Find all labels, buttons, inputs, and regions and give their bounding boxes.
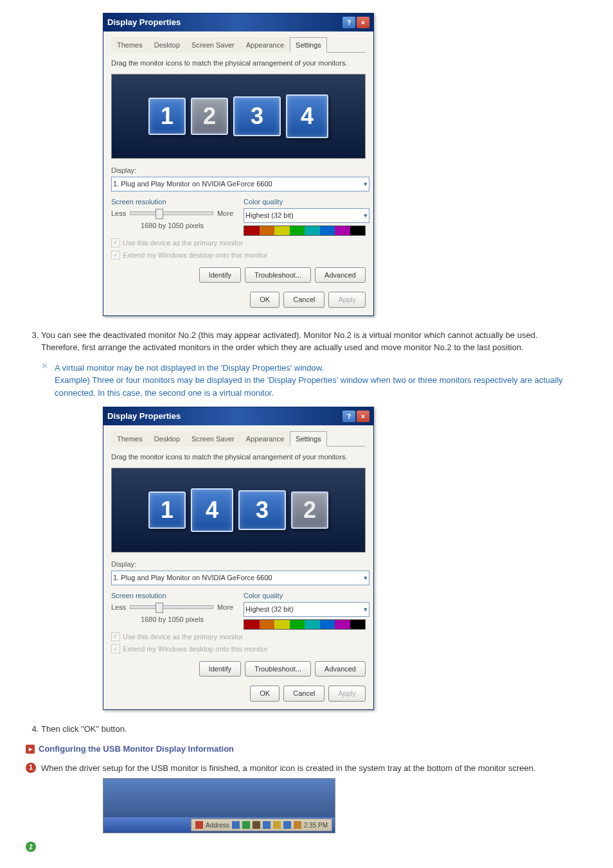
display-dropdown[interactable]: 1. Plug and Play Monitor on NVIDIA GeFor… bbox=[111, 571, 369, 585]
checkbox-icon: ✓ bbox=[111, 632, 120, 641]
monitor-3[interactable]: 3 bbox=[233, 96, 281, 136]
quality-label: Color quality bbox=[244, 197, 366, 208]
tray-time: 2:35 PM bbox=[304, 820, 328, 830]
advanced-button[interactable]: Advanced bbox=[315, 267, 366, 283]
dialog-title: Display Properties bbox=[107, 16, 181, 29]
quality-dropdown[interactable]: Highest (32 bit) bbox=[244, 602, 369, 617]
checkbox-icon: ✓ bbox=[111, 238, 120, 247]
display-dropdown[interactable]: 1. Plug and Play Monitor on NVIDIA GeFor… bbox=[111, 177, 369, 191]
resolution-label: Screen resolution bbox=[111, 590, 233, 601]
tab-settings[interactable]: Settings bbox=[290, 37, 327, 53]
bullet-1-icon: 1 bbox=[26, 763, 36, 773]
tab-themes[interactable]: Themes bbox=[111, 37, 148, 53]
dialog-titlebar: Display Properties ? × bbox=[103, 13, 373, 31]
tray-shield-icon bbox=[195, 821, 203, 829]
troubleshoot-button[interactable]: Troubleshoot... bbox=[245, 267, 311, 283]
bullet-1-text: When the driver setup for the USB monito… bbox=[41, 762, 536, 775]
display-label: Display: bbox=[111, 559, 366, 570]
monitor-3[interactable]: 3 bbox=[238, 490, 286, 530]
tab-desktop[interactable]: Desktop bbox=[148, 37, 186, 53]
color-spectrum bbox=[244, 619, 366, 630]
dialog-titlebar: Display Properties ? × bbox=[103, 407, 373, 425]
close-icon[interactable]: × bbox=[357, 411, 369, 422]
bullet-2-icon: 2 bbox=[26, 842, 36, 852]
arrow-icon: ▸ bbox=[26, 745, 35, 754]
monitor-2[interactable]: 2 bbox=[291, 492, 328, 529]
help-icon[interactable]: ? bbox=[342, 411, 355, 422]
tray-folder-icon bbox=[232, 821, 240, 829]
more-label: More bbox=[217, 602, 233, 613]
ok-button[interactable]: OK bbox=[250, 292, 280, 308]
resolution-slider[interactable] bbox=[130, 211, 213, 215]
tray-clock-icon bbox=[294, 821, 301, 829]
note-line-2: Example) Three or four monitors may be d… bbox=[55, 374, 578, 399]
tab-themes[interactable]: Themes bbox=[111, 431, 148, 447]
step-4: Then click "OK" button. bbox=[41, 723, 578, 736]
drag-instruction: Drag the monitor icons to match the phys… bbox=[111, 452, 366, 463]
monitor-arrangement[interactable]: 1 2 3 4 bbox=[111, 74, 366, 159]
step-3: You can see the deactivated monitor No.2… bbox=[41, 329, 578, 354]
help-icon[interactable]: ? bbox=[342, 17, 355, 28]
checkbox-icon: ✓ bbox=[111, 644, 120, 653]
display-label: Display: bbox=[111, 165, 366, 176]
identify-button[interactable]: Identify bbox=[199, 661, 241, 677]
dialog-title: Display Properties bbox=[107, 410, 181, 423]
taskbar-screenshot: Address 2:35 PM bbox=[103, 778, 335, 833]
cancel-button[interactable]: Cancel bbox=[283, 292, 324, 308]
checkbox-icon: ✓ bbox=[111, 251, 120, 260]
more-label: More bbox=[217, 208, 233, 219]
cancel-button[interactable]: Cancel bbox=[283, 686, 324, 702]
apply-button[interactable]: Apply bbox=[328, 686, 366, 702]
resolution-text: 1680 by 1050 pixels bbox=[111, 614, 233, 625]
drag-instruction: Drag the monitor icons to match the phys… bbox=[111, 58, 366, 69]
primary-monitor-checkbox: ✓ Use this device as the primary monitor bbox=[111, 238, 366, 249]
resolution-slider[interactable] bbox=[130, 605, 213, 609]
tabs: Themes Desktop Screen Saver Appearance S… bbox=[111, 37, 366, 53]
section-header: ▸ Configuring the USB Monitor Display In… bbox=[26, 743, 578, 756]
tab-screensaver[interactable]: Screen Saver bbox=[186, 431, 240, 447]
monitor-4[interactable]: 4 bbox=[286, 94, 328, 138]
ok-button[interactable]: OK bbox=[250, 686, 280, 702]
display-properties-dialog-1: Display Properties ? × Themes Desktop Sc… bbox=[103, 13, 374, 316]
monitor-1[interactable]: 1 bbox=[148, 98, 186, 135]
desktop-area bbox=[103, 779, 335, 817]
tray-net-icon bbox=[263, 821, 271, 829]
tray-arrow-icon bbox=[242, 821, 250, 829]
tray-speaker-icon bbox=[273, 821, 281, 829]
extend-desktop-checkbox: ✓ Extend my Windows desktop onto this mo… bbox=[111, 644, 366, 655]
tab-desktop[interactable]: Desktop bbox=[148, 431, 186, 447]
color-spectrum bbox=[244, 226, 366, 236]
identify-button[interactable]: Identify bbox=[199, 267, 241, 283]
quality-dropdown[interactable]: Highest (32 bit) bbox=[244, 208, 369, 223]
resolution-label: Screen resolution bbox=[111, 197, 233, 208]
quality-label: Color quality bbox=[244, 590, 366, 601]
step-3-note: ✕ A virtual monitor may be not displayed… bbox=[41, 362, 578, 400]
apply-button[interactable]: Apply bbox=[328, 292, 366, 308]
tab-appearance[interactable]: Appearance bbox=[240, 431, 290, 447]
tray-address-label: Address bbox=[206, 820, 229, 830]
close-icon[interactable]: × bbox=[357, 17, 369, 28]
extend-desktop-checkbox: ✓ Extend my Windows desktop onto this mo… bbox=[111, 250, 366, 261]
monitor-2[interactable]: 2 bbox=[191, 98, 228, 135]
tray-usb-icon bbox=[283, 821, 291, 829]
resolution-text: 1680 by 1050 pixels bbox=[111, 220, 233, 231]
less-label: Less bbox=[111, 602, 126, 613]
taskbar: Address 2:35 PM bbox=[103, 817, 335, 833]
system-tray: Address 2:35 PM bbox=[191, 819, 332, 831]
tab-screensaver[interactable]: Screen Saver bbox=[186, 37, 240, 53]
troubleshoot-button[interactable]: Troubleshoot... bbox=[245, 661, 311, 677]
monitor-arrangement[interactable]: 1 4 3 2 bbox=[111, 468, 366, 553]
note-line-1: A virtual monitor may be not displayed i… bbox=[55, 362, 578, 375]
primary-monitor-checkbox: ✓ Use this device as the primary monitor bbox=[111, 632, 366, 642]
tray-monitor-icon[interactable] bbox=[253, 821, 260, 829]
display-properties-dialog-2: Display Properties ? × Themes Desktop Sc… bbox=[103, 407, 374, 710]
monitor-1[interactable]: 1 bbox=[148, 492, 186, 529]
tab-appearance[interactable]: Appearance bbox=[240, 37, 290, 53]
tab-settings[interactable]: Settings bbox=[290, 431, 327, 447]
note-marker-icon: ✕ bbox=[41, 362, 48, 400]
advanced-button[interactable]: Advanced bbox=[315, 661, 366, 677]
monitor-4[interactable]: 4 bbox=[191, 488, 233, 532]
tabs: Themes Desktop Screen Saver Appearance S… bbox=[111, 430, 366, 447]
less-label: Less bbox=[111, 208, 126, 219]
